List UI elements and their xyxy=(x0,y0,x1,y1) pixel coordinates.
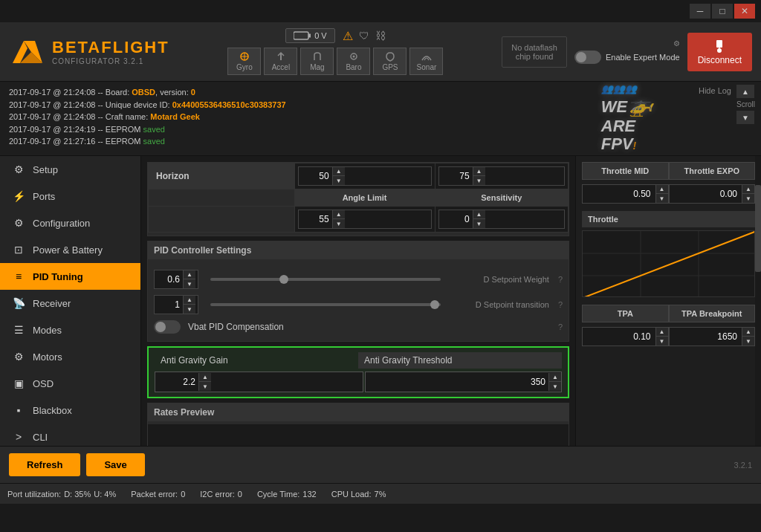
ag-threshold-field[interactable]: 350 xyxy=(366,372,548,392)
battery-nav-icon: ⊡ xyxy=(12,244,25,256)
d-setpoint-transition-help[interactable]: ? xyxy=(558,300,563,309)
sidebar-item-osd[interactable]: ▣ OSD xyxy=(0,370,140,397)
sensor-gyro-btn[interactable]: Gyro xyxy=(227,48,261,75)
vbat-pid-row: Vbat PID Compensation ? xyxy=(154,317,563,337)
scrollbar-track[interactable] xyxy=(755,156,761,446)
throttle-mid-up[interactable]: ▲ xyxy=(656,185,668,194)
sensor-gps-btn[interactable]: GPS xyxy=(373,48,407,75)
throttle-mid-down[interactable]: ▼ xyxy=(656,194,668,203)
expert-mode-toggle[interactable]: Enable Expert Mode xyxy=(574,51,680,64)
sidebar-item-motors[interactable]: ⚙ Motors xyxy=(0,343,140,370)
gear-icon[interactable]: ⚙ xyxy=(673,39,680,48)
angle-limit-up[interactable]: ▲ xyxy=(333,210,345,219)
throttle-expo-down[interactable]: ▼ xyxy=(742,194,754,203)
titlebar: ─ □ ✕ xyxy=(0,0,761,22)
d-setpoint-transition-slider[interactable] xyxy=(210,303,441,306)
horizon-value2-input[interactable]: 75 ▲ ▼ xyxy=(438,166,565,186)
tpa-down[interactable]: ▼ xyxy=(656,337,668,346)
horizon-val2-field[interactable]: 75 xyxy=(439,169,473,184)
refresh-button[interactable]: Refresh xyxy=(9,453,80,476)
ag-threshold-down[interactable]: ▼ xyxy=(549,382,561,391)
d-setpoint-weight-input[interactable]: 0.6 ▲ ▼ xyxy=(154,270,198,289)
sidebar-item-configuration[interactable]: ⚙ Configuration xyxy=(0,210,140,236)
throttle-expo-field[interactable]: 0.00 xyxy=(670,186,742,202)
warning-icons: ⚠ 🛡 ⛓ xyxy=(343,29,386,43)
d-setpoint-transition-down[interactable]: ▼ xyxy=(184,305,195,314)
sidebar-item-power-battery[interactable]: ⊡ Power & Battery xyxy=(0,236,140,263)
d-setpoint-transition-row: 1 ▲ ▼ D Setpoint transition ? xyxy=(154,292,563,317)
tpa-field[interactable]: 0.10 xyxy=(583,328,655,345)
osd-icon: ▣ xyxy=(12,377,25,389)
horizon-val1-down[interactable]: ▼ xyxy=(333,176,345,185)
sensitivity-input[interactable]: 0 ▲ ▼ xyxy=(438,210,565,229)
d-setpoint-transition-input[interactable]: 1 ▲ ▼ xyxy=(154,295,198,314)
sidebar-item-modes[interactable]: ☰ Modes xyxy=(0,317,140,343)
hide-log-button[interactable]: Hide Log xyxy=(699,86,731,95)
sensor-mag-btn[interactable]: Mag xyxy=(300,48,334,75)
vbat-pid-help[interactable]: ? xyxy=(558,322,563,331)
bottom-bar: Port utilization: D: 35% U: 4% Packet er… xyxy=(0,483,761,504)
maximize-button[interactable]: □ xyxy=(712,4,733,19)
d-setpoint-weight-down[interactable]: ▼ xyxy=(184,279,195,288)
sidebar-item-cli[interactable]: > CLI xyxy=(0,424,140,450)
sidebar-item-setup[interactable]: ⚙ Setup xyxy=(0,156,140,183)
pid-controller-panel: PID Controller Settings 0.6 ▲ ▼ D Setpoi… xyxy=(147,241,569,342)
tpa-up[interactable]: ▲ xyxy=(656,328,668,337)
tpa-breakpoint-up[interactable]: ▲ xyxy=(742,328,754,337)
d-setpoint-weight-slider[interactable] xyxy=(210,278,441,281)
content-left: Horizon 50 ▲ ▼ 75 xyxy=(141,156,575,446)
vbat-pid-label: Vbat PID Compensation xyxy=(188,322,284,332)
d-setpoint-weight-field[interactable]: 0.6 xyxy=(155,272,183,287)
ag-gain-field[interactable]: 2.2 xyxy=(161,372,198,392)
sidebar-item-ports[interactable]: ⚡ Ports xyxy=(0,183,140,210)
svg-point-12 xyxy=(717,48,722,53)
d-setpoint-weight-up[interactable]: ▲ xyxy=(184,270,195,279)
angle-limit-down[interactable]: ▼ xyxy=(333,219,345,228)
d-setpoint-weight-help[interactable]: ? xyxy=(558,275,563,284)
sidebar-item-pid-tuning[interactable]: ≡ PID Tuning xyxy=(0,263,140,290)
horizon-val1-field[interactable]: 50 xyxy=(299,169,332,184)
horizon-val2-up[interactable]: ▲ xyxy=(473,167,485,176)
d-setpoint-transition-field[interactable]: 1 xyxy=(155,297,183,312)
sensitivity-field[interactable]: 0 xyxy=(439,212,473,227)
scrollbar-thumb[interactable] xyxy=(755,185,761,272)
cycle-time-stat: Cycle Time: 132 xyxy=(257,490,317,499)
tpa-input[interactable]: 0.10 ▲ ▼ xyxy=(582,327,669,346)
svg-rect-4 xyxy=(308,34,311,38)
horizon-val2-down[interactable]: ▼ xyxy=(473,176,485,185)
horizon-value1-input[interactable]: 50 ▲ ▼ xyxy=(298,166,432,186)
throttle-expo-input[interactable]: 0.00 ▲ ▼ xyxy=(669,184,756,204)
tpa-breakpoint-input[interactable]: 1650 ▲ ▼ xyxy=(669,327,756,346)
d-setpoint-transition-up[interactable]: ▲ xyxy=(184,296,195,305)
sidebar-item-blackbox[interactable]: ▪ Blackbox xyxy=(0,397,140,424)
tpa-breakpoint-field[interactable]: 1650 xyxy=(670,328,742,345)
close-button[interactable]: ✕ xyxy=(734,4,755,19)
angle-limit-input[interactable]: 55 ▲ ▼ xyxy=(298,210,432,229)
throttle-mid-input[interactable]: 0.50 ▲ ▼ xyxy=(582,184,669,204)
battery-voltage: 0 V xyxy=(314,31,327,40)
sensor-accel-btn[interactable]: Accel xyxy=(264,48,297,75)
ag-gain-up[interactable]: ▲ xyxy=(199,373,211,382)
svg-point-10 xyxy=(352,56,354,58)
packet-error-stat: Packet error: 0 xyxy=(131,490,185,499)
sensitivity-up[interactable]: ▲ xyxy=(473,210,485,219)
throttle-mid-field[interactable]: 0.50 xyxy=(583,186,655,202)
minimize-button[interactable]: ─ xyxy=(690,4,710,19)
ag-threshold-up[interactable]: ▲ xyxy=(549,373,561,382)
angle-limit-field[interactable]: 55 xyxy=(299,212,332,227)
ag-gain-down[interactable]: ▼ xyxy=(199,382,211,391)
throttle-expo-up[interactable]: ▲ xyxy=(742,185,754,194)
sensor-sonar-btn[interactable]: Sonar xyxy=(409,48,443,75)
drone-svg xyxy=(262,424,455,446)
sidebar-item-receiver[interactable]: 📡 Receiver xyxy=(0,290,140,317)
sensitivity-down[interactable]: ▼ xyxy=(473,219,485,228)
disconnect-button[interactable]: Disconnect xyxy=(687,33,752,71)
scroll-up-button[interactable]: ▲ xyxy=(736,85,754,98)
vbat-pid-toggle[interactable] xyxy=(154,320,181,334)
save-button[interactable]: Save xyxy=(86,453,144,476)
sensor-baro-btn[interactable]: Baro xyxy=(337,48,370,75)
tpa-breakpoint-down[interactable]: ▼ xyxy=(742,337,754,346)
throttle-chart-svg xyxy=(583,231,755,297)
scroll-down-button[interactable]: ▼ xyxy=(736,111,754,124)
horizon-val1-up[interactable]: ▲ xyxy=(333,167,345,176)
